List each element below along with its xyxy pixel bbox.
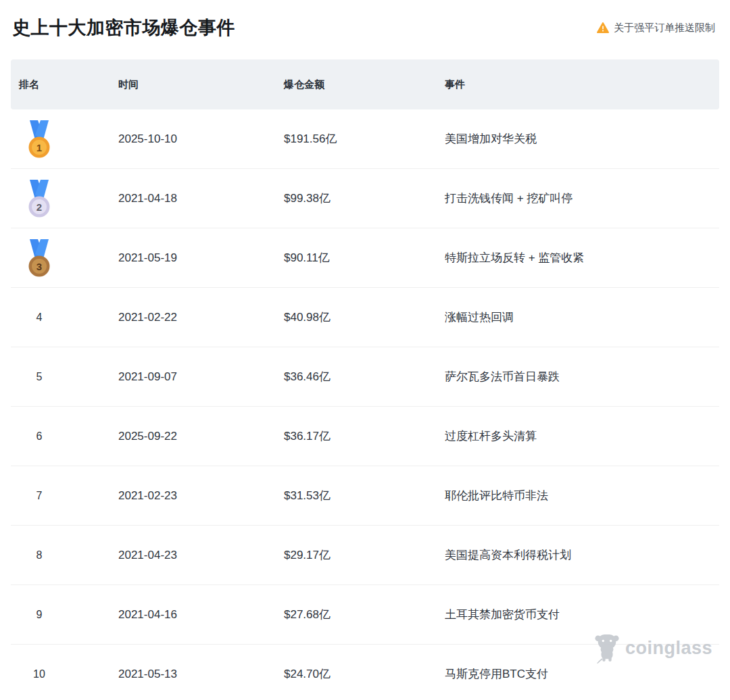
liquidation-events-table: 排名 时间 爆仓金额 事件 1 2025-10-10 $191.56亿 bbox=[11, 59, 719, 700]
event-cell: 马斯克停用BTC支付 bbox=[445, 666, 711, 682]
rank-number: 6 bbox=[36, 430, 43, 443]
amount-cell: $191.56亿 bbox=[284, 131, 445, 147]
svg-text:3: 3 bbox=[36, 260, 42, 272]
page-title: 史上十大加密市场爆仓事件 bbox=[12, 16, 235, 40]
warning-triangle-icon bbox=[597, 22, 609, 33]
svg-text:2: 2 bbox=[36, 201, 42, 212]
amount-cell: $40.98亿 bbox=[284, 309, 445, 325]
date-cell: 2021-04-23 bbox=[118, 549, 284, 562]
header-rank: 排名 bbox=[19, 78, 118, 91]
amount-cell: $36.17亿 bbox=[284, 428, 445, 444]
amount-cell: $90.11亿 bbox=[284, 250, 445, 266]
table-row: 2 2021-04-18 $99.38亿 打击洗钱传闻 + 挖矿叫停 bbox=[11, 169, 719, 228]
table-row: 3 2021-05-19 $90.11亿 特斯拉立场反转 + 监管收紧 bbox=[11, 228, 719, 288]
header-amount: 爆仓金额 bbox=[284, 78, 445, 91]
date-cell: 2025-10-10 bbox=[118, 132, 284, 146]
silver-medal-icon: 2 bbox=[24, 178, 54, 220]
rank-number: 8 bbox=[36, 549, 43, 561]
table-row: 1 2025-10-10 $191.56亿 美国增加对华关税 bbox=[11, 109, 719, 169]
event-cell: 打击洗钱传闻 + 挖矿叫停 bbox=[445, 191, 711, 206]
date-cell: 2021-09-07 bbox=[118, 370, 284, 384]
rank-cell: 1 bbox=[19, 118, 118, 160]
rank-cell: 8 bbox=[19, 549, 118, 561]
amount-cell: $36.46亿 bbox=[284, 369, 445, 384]
event-cell: 特斯拉立场反转 + 监管收紧 bbox=[445, 250, 711, 266]
topbar: 史上十大加密市场爆仓事件 关于强平订单推送限制 bbox=[12, 14, 715, 42]
rank-cell: 9 bbox=[19, 609, 118, 621]
event-cell: 耶伦批评比特币非法 bbox=[445, 488, 711, 503]
amount-cell: $31.53亿 bbox=[284, 488, 445, 503]
amount-cell: $29.17亿 bbox=[284, 547, 445, 563]
event-cell: 萨尔瓦多法币首日暴跌 bbox=[445, 369, 711, 384]
date-cell: 2021-02-22 bbox=[118, 311, 284, 324]
gold-medal-icon: 1 bbox=[24, 118, 54, 160]
table-row: 5 2021-09-07 $36.46亿 萨尔瓦多法币首日暴跌 bbox=[11, 347, 719, 407]
rank-cell: 10 bbox=[19, 668, 118, 680]
rank-number: 5 bbox=[36, 371, 43, 383]
amount-cell: $24.70亿 bbox=[284, 666, 445, 682]
rank-cell: 3 bbox=[19, 237, 118, 279]
rank-cell: 7 bbox=[19, 490, 118, 502]
event-cell: 涨幅过热回调 bbox=[445, 309, 711, 325]
date-cell: 2021-04-16 bbox=[118, 608, 284, 622]
date-cell: 2021-04-18 bbox=[118, 192, 284, 205]
rank-cell: 4 bbox=[19, 311, 118, 324]
table-row: 6 2025-09-22 $36.17亿 过度杠杆多头清算 bbox=[11, 407, 719, 466]
svg-text:1: 1 bbox=[36, 141, 42, 153]
date-cell: 2021-05-19 bbox=[118, 251, 284, 265]
header-time: 时间 bbox=[118, 78, 284, 91]
rank-number: 7 bbox=[36, 490, 43, 502]
event-cell: 美国提高资本利得税计划 bbox=[445, 547, 711, 563]
date-cell: 2025-09-22 bbox=[118, 430, 284, 443]
amount-cell: $99.38亿 bbox=[284, 191, 445, 206]
event-cell: 过度杠杆多头清算 bbox=[445, 428, 711, 444]
rank-cell: 5 bbox=[19, 371, 118, 383]
rank-number: 10 bbox=[33, 668, 45, 680]
event-cell: 土耳其禁加密货币支付 bbox=[445, 607, 711, 622]
rank-cell: 2 bbox=[19, 178, 118, 220]
table-row: 4 2021-02-22 $40.98亿 涨幅过热回调 bbox=[11, 288, 719, 347]
table-row: 8 2021-04-23 $29.17亿 美国提高资本利得税计划 bbox=[11, 526, 719, 585]
liquidation-events-page: 史上十大加密市场爆仓事件 关于强平订单推送限制 排名 时间 爆仓金额 事件 bbox=[0, 0, 730, 700]
liquidation-push-limit-link[interactable]: 关于强平订单推送限制 bbox=[597, 22, 715, 34]
date-cell: 2021-02-23 bbox=[118, 489, 284, 503]
rank-number: 9 bbox=[36, 609, 43, 621]
table-row: 10 2021-05-13 $24.70亿 马斯克停用BTC支付 bbox=[11, 645, 719, 700]
header-event: 事件 bbox=[445, 78, 711, 91]
table-row: 9 2021-04-16 $27.68亿 土耳其禁加密货币支付 bbox=[11, 585, 719, 645]
table-row: 7 2021-02-23 $31.53亿 耶伦批评比特币非法 bbox=[11, 466, 719, 526]
event-cell: 美国增加对华关税 bbox=[445, 131, 711, 147]
amount-cell: $27.68亿 bbox=[284, 607, 445, 622]
rank-number: 4 bbox=[36, 311, 43, 324]
bronze-medal-icon: 3 bbox=[24, 237, 54, 279]
date-cell: 2021-05-13 bbox=[118, 668, 284, 681]
rank-cell: 6 bbox=[19, 430, 118, 443]
table-header-row: 排名 时间 爆仓金额 事件 bbox=[11, 59, 719, 109]
notice-label: 关于强平订单推送限制 bbox=[614, 22, 715, 34]
